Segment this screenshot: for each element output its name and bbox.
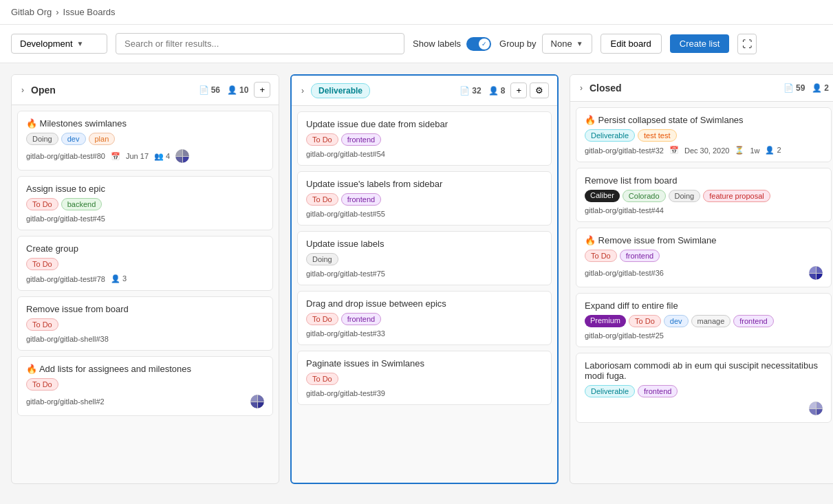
tag-premium[interactable]: Premium [585, 315, 626, 327]
card-repo: gitlab-org/gitlab-test#39 [306, 389, 385, 397]
card-update-issue-labels[interactable]: Update issue labels Doing gitlab-org/git… [297, 231, 552, 285]
edit-board-button[interactable]: Edit board [601, 34, 662, 54]
tag-doing[interactable]: Doing [306, 253, 338, 265]
show-labels-toggle[interactable]: ✓ [466, 37, 491, 51]
tag-caliber[interactable]: Caliber [585, 190, 620, 202]
tag-colorado[interactable]: Colorado [623, 190, 666, 202]
card-assign-issue-epic[interactable]: Assign issue to epic To Do backend gitla… [17, 176, 273, 230]
tag-doing[interactable]: Doing [669, 190, 701, 202]
group-by-value: None [551, 39, 572, 49]
add-card-button-deliverable[interactable]: + [510, 83, 527, 98]
card-repo: gitlab-org/gitlab-test#78 [26, 275, 105, 283]
breadcrumb: Gitlab Org › Issue Boards [0, 0, 833, 25]
tag-todo[interactable]: To Do [26, 318, 58, 331]
tag-dev[interactable]: dev [61, 133, 86, 145]
card-tags: To Do frontend [306, 193, 543, 206]
collapse-button-deliverable[interactable]: › [300, 85, 305, 97]
card-repo: gitlab-org/gitlab-test#36 [585, 269, 664, 277]
card-title: 🔥 Add lists for assignees and milestones [26, 364, 264, 374]
card-update-due-date[interactable]: Update issue due date from sidebar To Do… [297, 111, 552, 166]
card-meta: gitlab-org/gitlab-test#25 [585, 331, 823, 340]
toggle-knob: ✓ [479, 39, 490, 50]
tag-todo[interactable]: To Do [26, 378, 58, 391]
card-tags: Deliverable test test [585, 129, 823, 142]
card-remove-issue-board[interactable]: Remove issue from board To Do gitlab-org… [17, 296, 273, 351]
tag-todo[interactable]: To Do [306, 313, 338, 325]
card-milestones-swimlanes[interactable]: 🔥 Milestones swimlanes Doing dev plan gi… [17, 111, 273, 171]
tag-doing[interactable]: Doing [26, 133, 58, 145]
chevron-down-icon: ▼ [576, 40, 583, 47]
card-tags: Doing dev plan [26, 133, 264, 145]
create-list-button[interactable]: Create list [670, 34, 730, 53]
card-update-labels-sidebar[interactable]: Update issue's labels from sidebar To Do… [297, 171, 552, 226]
card-repo: gitlab-org/gitlab-shell#38 [26, 335, 109, 343]
card-persist-collapsed[interactable]: 🔥 Persist collapsed state of Swimlanes D… [576, 107, 832, 162]
column-meta-deliverable: 📄 32 👤 8 [459, 86, 505, 96]
card-repo: gitlab-org/gitlab-test#54 [306, 150, 385, 158]
card-meta: gitlab-org/gitlab-test#32 📅 Dec 30, 2020… [585, 146, 823, 155]
tag-frontend[interactable]: frontend [341, 313, 381, 325]
collapse-button-open[interactable]: › [20, 84, 25, 96]
tag-manage[interactable]: manage [691, 315, 731, 327]
avatar [175, 149, 189, 163]
card-meta: gitlab-org/gitlab-test#36 [585, 266, 823, 280]
settings-button-deliverable[interactable]: ⚙ [530, 83, 549, 98]
date-icon: 📅 [111, 152, 120, 161]
card-remove-issue-swimlane[interactable]: 🔥 Remove issue from Swimlane To Do front… [576, 228, 832, 287]
tag-testtest[interactable]: test test [638, 129, 677, 142]
card-title: Update issue labels [306, 239, 543, 249]
tag-todo[interactable]: To Do [306, 373, 338, 385]
board-dropdown[interactable]: Development ▼ [11, 34, 107, 54]
tag-todo[interactable]: To Do [629, 315, 661, 327]
search-input[interactable] [116, 33, 404, 54]
card-remove-list-board[interactable]: Remove list from board Caliber Colorado … [576, 168, 832, 222]
tag-frontend[interactable]: frontend [620, 250, 660, 262]
card-add-lists-assignees[interactable]: 🔥 Add lists for assignees and milestones… [17, 356, 273, 416]
avatar [250, 395, 264, 408]
card-tags: To Do [306, 373, 543, 385]
person-count: 👥 4 [154, 152, 170, 161]
tag-backend[interactable]: backend [61, 198, 102, 210]
column-title-deliverable: Deliverable [311, 83, 454, 98]
card-title: Remove issue from board [26, 304, 264, 314]
group-by-dropdown[interactable]: None ▼ [542, 34, 592, 54]
add-card-button-open[interactable]: + [254, 82, 270, 98]
fullscreen-button[interactable]: ⛶ [737, 34, 757, 54]
tag-frontend[interactable]: frontend [341, 133, 381, 146]
person-count-deliverable: 👤 8 [488, 86, 506, 96]
column-title-closed: Closed [589, 83, 778, 94]
tag-frontend[interactable]: frontend [638, 385, 678, 397]
card-drag-drop-epics[interactable]: Drag and drop issue between epics To Do … [297, 291, 552, 345]
tag-todo[interactable]: To Do [585, 250, 617, 262]
card-title: Update issue's labels from sidebar [306, 179, 543, 189]
card-create-group[interactable]: Create group To Do gitlab-org/gitlab-tes… [17, 236, 273, 291]
card-laboriosam[interactable]: Laboriosam commodi ab in eum qui suscipi… [576, 353, 832, 423]
card-expand-diff[interactable]: Expand diff to entire file Premium To Do… [576, 293, 832, 347]
tag-frontend[interactable]: frontend [733, 315, 773, 327]
group-by-group: Group by None ▼ [499, 34, 592, 54]
collapse-button-closed[interactable]: › [578, 82, 584, 94]
tag-todo[interactable]: To Do [26, 198, 58, 210]
card-title: Expand diff to entire file [585, 300, 823, 311]
tag-deliverable[interactable]: Deliverable [585, 385, 635, 397]
tag-dev[interactable]: dev [664, 315, 689, 327]
card-paginate-swimlanes[interactable]: Paginate issues in Swimlanes To Do gitla… [297, 351, 552, 405]
card-title: Laboriosam commodi ab in eum qui suscipi… [585, 360, 823, 381]
tag-todo[interactable]: To Do [306, 133, 338, 146]
tag-feature-proposal[interactable]: feature proposal [703, 190, 770, 202]
tag-todo[interactable]: To Do [306, 193, 338, 206]
card-meta: gitlab-org/gitlab-test#55 [306, 210, 543, 218]
card-repo: gitlab-org/gitlab-test#33 [306, 329, 385, 338]
person-icon: 👤 [227, 85, 237, 95]
tag-frontend[interactable]: frontend [341, 193, 381, 206]
tag-plan[interactable]: plan [89, 133, 116, 145]
breadcrumb-org[interactable]: Gitlab Org [11, 7, 52, 17]
tag-todo[interactable]: To Do [26, 258, 58, 270]
tag-deliverable[interactable]: Deliverable [585, 129, 635, 142]
card-meta: gitlab-org/gitlab-test#45 [26, 215, 264, 223]
column-header-closed: › Closed 📄 59 👤 2 [570, 75, 833, 102]
card-meta: gitlab-org/gitlab-test#78 👤 3 [26, 274, 264, 283]
card-meta: gitlab-org/gitlab-shell#2 [26, 395, 264, 408]
card-time: 1w [750, 146, 759, 155]
card-repo: gitlab-org/gitlab-test#55 [306, 210, 385, 218]
